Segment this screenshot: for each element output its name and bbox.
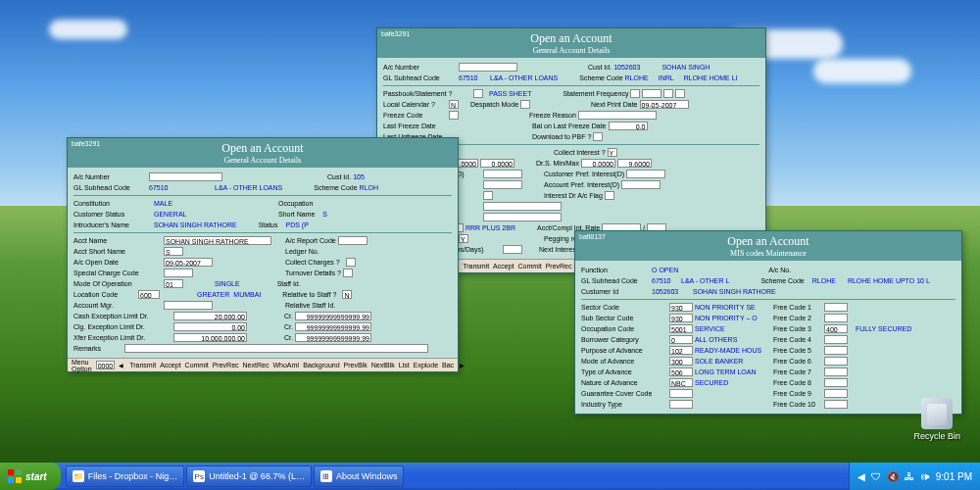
inp[interactable] (503, 245, 522, 254)
menu-item[interactable]: Explode (414, 362, 438, 368)
inp[interactable] (483, 213, 562, 221)
titlebar[interactable]: Open an Account General Account Details (68, 138, 458, 168)
free-code-input[interactable] (824, 357, 848, 366)
inp[interactable] (578, 111, 657, 120)
free-code-input[interactable]: 400 (824, 324, 848, 333)
code-input[interactable]: 930 (669, 303, 693, 312)
code-input[interactable]: 300 (669, 357, 693, 366)
inp[interactable]: 10,000,000.00 (173, 333, 247, 342)
free-code-input[interactable] (824, 400, 848, 409)
next-icon[interactable] (458, 362, 465, 368)
window-mis-codes[interactable]: bafl8137 Open an Account MIS codes Maint… (574, 230, 962, 415)
inp[interactable]: 9.6000 (617, 159, 652, 168)
inp[interactable] (343, 269, 353, 277)
inp[interactable] (593, 132, 603, 141)
inp[interactable]: 0.0000 (581, 159, 615, 168)
inp[interactable]: S (164, 247, 183, 256)
window-general-account-details-a[interactable]: bafe3291 Open an Account General Account… (67, 137, 459, 372)
titlebar[interactable]: Open an Account General Account Details (377, 28, 765, 58)
inp[interactable]: N (342, 290, 352, 299)
free-code-input[interactable] (824, 335, 848, 344)
inp[interactable] (338, 236, 368, 245)
inp[interactable]: 99999999999999.99 (295, 322, 371, 331)
inp[interactable] (520, 100, 530, 109)
free-code-input[interactable] (824, 346, 848, 355)
inp[interactable]: 0.0000 (480, 159, 514, 168)
taskbar-button[interactable]: ⊞ About Windows (314, 466, 405, 487)
ac-open-date-input[interactable]: 09-05-2007 (164, 258, 213, 267)
free-code-input[interactable] (824, 368, 848, 376)
titlebar[interactable]: Open an Account MIS codes Maintenance (575, 231, 961, 261)
inp[interactable]: 600 (138, 290, 160, 299)
tray-icon[interactable]: 🛡 (871, 471, 881, 482)
menu-item[interactable]: Bac (442, 362, 454, 368)
inp[interactable] (605, 191, 614, 200)
code-input[interactable]: 506 (669, 368, 693, 376)
menu-item[interactable]: List (399, 362, 410, 368)
inp[interactable] (483, 170, 522, 178)
tray-icon[interactable]: 🔇 (887, 471, 899, 482)
menu-item[interactable]: Commit (518, 263, 542, 270)
menu-item[interactable]: PrevRec (546, 263, 572, 270)
inp[interactable] (483, 202, 562, 211)
menu-item[interactable]: WhoAmI (272, 362, 299, 368)
menu-item[interactable]: Accept (493, 263, 514, 270)
acct-name-input[interactable]: SOHAN SINGH RATHORE (164, 236, 271, 245)
menu-option-input[interactable]: 0000 (96, 361, 116, 369)
desktop-icon-recycle-bin[interactable]: Recycle Bin (913, 398, 960, 441)
menu-item[interactable]: Transmit (129, 362, 156, 368)
inp[interactable]: 99999999999999.99 (295, 333, 371, 342)
inp[interactable]: Y (608, 148, 617, 157)
tray-icon[interactable]: 🕪 (920, 471, 930, 482)
inp[interactable]: 01 (164, 279, 183, 288)
inp[interactable] (663, 89, 673, 98)
code-input[interactable]: 102 (669, 346, 693, 355)
inp[interactable] (630, 89, 640, 98)
inp[interactable] (164, 269, 193, 277)
menu-item[interactable]: Background (303, 362, 339, 368)
ac-number-input[interactable] (459, 63, 517, 72)
inp[interactable]: 0.00 (173, 322, 247, 331)
inp[interactable] (449, 111, 459, 120)
taskbar-button[interactable]: Ps Untitled-1 @ 66.7% (L… (186, 466, 312, 487)
code-input[interactable]: NBC (669, 378, 693, 387)
inp[interactable] (642, 89, 662, 98)
ac-number-input[interactable] (149, 172, 222, 181)
remarks-input[interactable] (124, 344, 428, 353)
code-input[interactable]: 930 (669, 314, 693, 322)
menu-item[interactable]: Accept (160, 362, 180, 368)
inp[interactable]: 20,000.00 (173, 312, 247, 320)
code-input[interactable]: 0 (669, 335, 693, 344)
inp[interactable] (675, 89, 685, 98)
free-code-input[interactable] (824, 378, 848, 387)
next-print-input[interactable]: 09-05-2007 (640, 100, 689, 109)
free-code-input[interactable] (824, 389, 848, 398)
inp[interactable] (346, 258, 356, 267)
inp[interactable] (164, 301, 213, 310)
tray-icon[interactable]: ◀ (858, 471, 865, 482)
tray-icon[interactable]: 🖧 (905, 471, 914, 482)
code-input[interactable] (669, 389, 693, 398)
menu-item[interactable]: PrevRec (213, 362, 239, 368)
inp[interactable] (626, 170, 665, 178)
inp[interactable]: 99999999999999.99 (295, 312, 371, 320)
passbook-input[interactable] (473, 89, 483, 98)
menu-item[interactable]: NextBlk (371, 362, 395, 368)
inp[interactable]: N (449, 100, 459, 109)
menu-item[interactable]: Transmit (463, 263, 489, 270)
inp[interactable] (483, 191, 493, 200)
menu-item[interactable]: Commit (185, 362, 209, 368)
taskbar-button[interactable]: 📁 Files - Dropbox - Nig… (66, 466, 185, 487)
free-code-input[interactable] (824, 303, 848, 312)
start-button[interactable]: start (0, 463, 61, 490)
menu-item[interactable]: PrevBlk (344, 362, 368, 368)
inp[interactable] (483, 180, 522, 189)
menu-item[interactable]: NextRec (243, 362, 270, 368)
inp[interactable]: 0.0 (609, 122, 648, 130)
code-input[interactable] (669, 400, 693, 409)
inp[interactable] (621, 180, 661, 189)
free-code-input[interactable] (824, 314, 848, 322)
code-input[interactable]: 5001 (669, 324, 693, 333)
prev-icon[interactable] (119, 362, 125, 368)
inp[interactable]: Y (459, 234, 468, 243)
